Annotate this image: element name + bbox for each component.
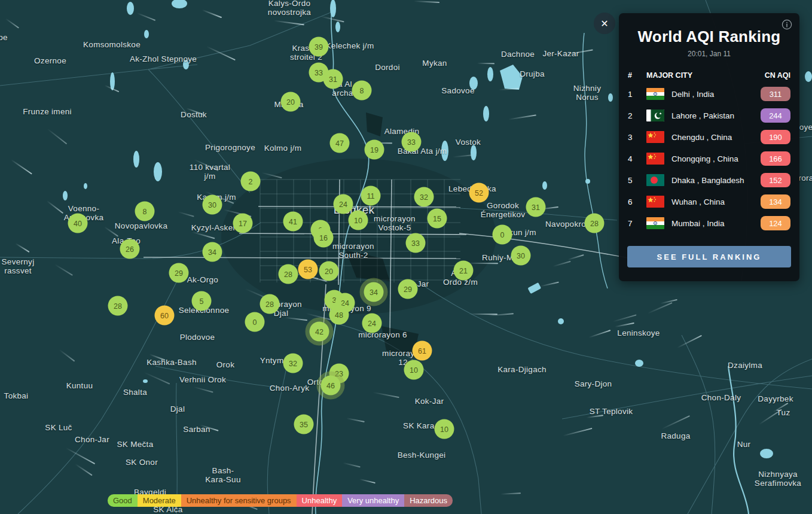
aqi-marker[interactable]: 0 bbox=[245, 312, 265, 332]
close-icon: ✕ bbox=[600, 18, 608, 29]
aqi-marker-value: 42 bbox=[315, 327, 323, 336]
aqi-marker-value: 28 bbox=[284, 270, 292, 278]
aqi-marker[interactable]: 11 bbox=[361, 186, 381, 206]
aqi-marker[interactable]: 33 bbox=[406, 233, 426, 253]
aqi-marker[interactable]: 31 bbox=[323, 69, 343, 89]
city-name: Chongqing , China bbox=[671, 154, 761, 163]
see-full-ranking-button[interactable]: SEE FULL RANKING bbox=[627, 246, 791, 267]
aqi-marker[interactable]: 26 bbox=[120, 239, 140, 259]
aqi-marker-value: 53 bbox=[304, 265, 312, 273]
aqi-marker[interactable]: 8 bbox=[352, 81, 372, 101]
aqi-marker-value: 48 bbox=[335, 311, 343, 319]
aqi-marker[interactable]: 48 bbox=[329, 305, 349, 325]
aqi-marker[interactable]: 8 bbox=[135, 202, 155, 221]
city-name: Mumbai , India bbox=[671, 219, 761, 228]
rank-number: 4 bbox=[628, 154, 646, 163]
aqi-marker[interactable]: 34 bbox=[364, 282, 384, 302]
aqi-marker[interactable]: 32 bbox=[283, 354, 303, 373]
aqi-marker[interactable]: 10 bbox=[349, 211, 368, 230]
ranking-row[interactable]: 1 Delhi , India 311 bbox=[619, 83, 799, 105]
aqi-marker[interactable]: 52 bbox=[469, 183, 489, 203]
aqi-marker-value: 28 bbox=[265, 300, 274, 308]
city-name: Chengdu , China bbox=[671, 133, 761, 142]
aqi-marker[interactable]: 35 bbox=[294, 415, 314, 434]
aqi-marker[interactable]: 40 bbox=[68, 214, 88, 233]
aqi-marker[interactable]: 29 bbox=[398, 279, 418, 299]
aqi-marker[interactable]: 19 bbox=[365, 140, 384, 160]
world-aqi-ranking-panel: World AQI Ranking 20:01, Jan 11 # MAJOR … bbox=[619, 13, 799, 281]
aqi-marker[interactable]: 41 bbox=[283, 212, 303, 232]
ranking-row[interactable]: 6 Wuhan , China 134 bbox=[619, 191, 799, 212]
legend-chip: Very unhealthy bbox=[342, 494, 404, 507]
aqi-marker-value: 31 bbox=[532, 203, 540, 211]
info-icon[interactable] bbox=[782, 19, 792, 30]
aqi-marker[interactable]: 30 bbox=[511, 246, 531, 266]
aqi-marker[interactable]: 10 bbox=[435, 419, 454, 439]
aqi-marker-value: 19 bbox=[370, 145, 378, 154]
aqi-marker-value: 10 bbox=[410, 366, 418, 374]
ranking-rows: 1 Delhi , India 311 2 Lahore , Pakistan … bbox=[619, 83, 799, 234]
rank-number: 3 bbox=[628, 133, 646, 142]
aqi-marker[interactable]: 28 bbox=[279, 264, 298, 284]
aqi-marker[interactable]: 24 bbox=[334, 194, 353, 214]
aqi-badge: 124 bbox=[761, 216, 790, 230]
aqi-marker-value: 24 bbox=[339, 200, 347, 208]
ranking-row[interactable]: 2 Lahore , Pakistan 244 bbox=[619, 105, 799, 126]
aqi-marker[interactable]: 31 bbox=[526, 197, 546, 217]
country-flag-china bbox=[646, 131, 664, 143]
aqi-marker-value: 16 bbox=[319, 233, 328, 242]
rank-number: 5 bbox=[628, 176, 646, 185]
legend-chip: Unhealthy for sensitive groups bbox=[181, 494, 297, 507]
aqi-marker[interactable]: 20 bbox=[319, 261, 339, 281]
aqi-marker[interactable]: 16 bbox=[314, 228, 334, 248]
ranking-row[interactable]: 7 Mumbai , India 124 bbox=[619, 212, 799, 234]
aqi-marker[interactable]: 2 bbox=[241, 172, 261, 191]
col-aqi: CN AQI bbox=[765, 71, 790, 80]
aqi-marker[interactable]: 34 bbox=[203, 242, 222, 262]
panel-timestamp: 20:01, Jan 11 bbox=[619, 50, 799, 58]
aqi-marker[interactable]: 21 bbox=[454, 261, 474, 281]
aqi-marker-value: 35 bbox=[300, 420, 308, 428]
ranking-row[interactable]: 3 Chengdu , China 190 bbox=[619, 126, 799, 148]
aqi-marker-value: 33 bbox=[407, 138, 416, 146]
city-name: Lahore , Pakistan bbox=[671, 111, 761, 120]
ranking-row[interactable]: 4 Chongqing , China 166 bbox=[619, 148, 799, 169]
aqi-marker[interactable]: 20 bbox=[281, 92, 301, 112]
city-name: Dhaka , Bangladesh bbox=[671, 176, 761, 185]
aqi-marker[interactable]: 53 bbox=[298, 260, 318, 279]
aqi-marker[interactable]: 29 bbox=[169, 263, 189, 283]
aqi-marker[interactable]: 47 bbox=[330, 133, 350, 153]
aqi-marker[interactable]: 15 bbox=[428, 209, 447, 229]
ranking-row[interactable]: 5 Dhaka , Bangladesh 152 bbox=[619, 169, 799, 191]
aqi-marker-value: 31 bbox=[329, 75, 337, 83]
aqi-marker[interactable]: 30 bbox=[203, 195, 222, 215]
aqi-marker-value: 21 bbox=[459, 266, 468, 275]
aqi-marker[interactable]: 0 bbox=[493, 225, 512, 245]
aqi-marker-value: 10 bbox=[354, 216, 362, 224]
aqi-marker-value: 33 bbox=[411, 239, 420, 247]
aqi-marker[interactable]: 28 bbox=[585, 214, 605, 233]
aqi-marker[interactable]: 32 bbox=[414, 187, 434, 207]
country-flag-india bbox=[646, 88, 664, 100]
aqi-marker-value: 39 bbox=[315, 42, 323, 51]
aqi-marker[interactable]: 39 bbox=[309, 37, 329, 57]
aqi-marker[interactable]: 28 bbox=[108, 296, 128, 316]
aqi-marker[interactable]: 28 bbox=[260, 294, 280, 314]
aqi-marker-value: 5 bbox=[200, 297, 204, 305]
aqi-marker[interactable]: 24 bbox=[362, 314, 382, 333]
aqi-marker[interactable]: 17 bbox=[233, 214, 253, 233]
aqi-marker-value: 30 bbox=[517, 251, 525, 260]
aqi-marker-value: 40 bbox=[74, 219, 82, 227]
aqi-marker-value: 29 bbox=[404, 285, 412, 293]
aqi-marker[interactable]: 5 bbox=[192, 291, 212, 311]
aqi-marker[interactable]: 33 bbox=[402, 132, 422, 152]
aqi-marker[interactable]: 42 bbox=[310, 322, 329, 342]
aqi-marker-value: 20 bbox=[286, 98, 295, 106]
aqi-marker[interactable]: 61 bbox=[413, 341, 432, 361]
aqi-marker[interactable]: 46 bbox=[321, 376, 341, 396]
aqi-marker-value: 8 bbox=[360, 86, 364, 95]
close-panel-button[interactable]: ✕ bbox=[594, 13, 615, 34]
aqi-marker[interactable]: 60 bbox=[155, 306, 175, 326]
aqi-marker[interactable]: 10 bbox=[404, 360, 424, 380]
aqi-marker-value: 24 bbox=[368, 319, 376, 327]
